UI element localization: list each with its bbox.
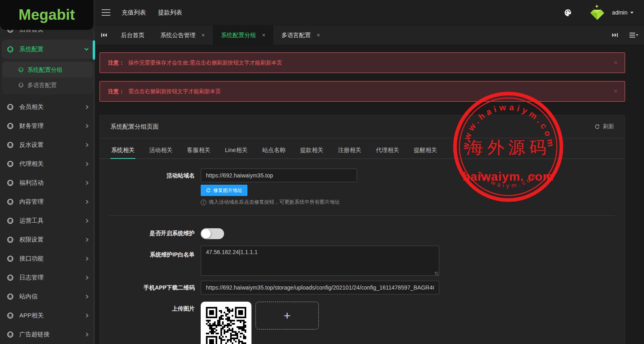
tab-activity[interactable]: 活动相关 [148, 144, 173, 158]
sidebar-item-messages[interactable]: 站内信 [0, 287, 95, 306]
activity-domain-input[interactable] [201, 169, 357, 182]
brand-logo: Megabit [19, 6, 75, 23]
chevron-right-icon [85, 143, 89, 147]
close-icon[interactable]: × [614, 88, 617, 94]
tab-support[interactable]: 客服相关 [186, 144, 211, 158]
circle-icon [7, 104, 13, 110]
form-row-whitelist: 系统维护IP白名单 47.56.182.24|1.1.1.1 [100, 246, 625, 277]
scroll-tabs-right-icon[interactable] [606, 25, 624, 45]
sidebar-item-permissions[interactable]: 权限设置 [0, 230, 95, 249]
sidebar-scrollbar-thumb[interactable] [93, 40, 95, 60]
config-panel: 系统配置分组页面 刷新 系统相关 活动相关 客服相关 Line相关 站点名称 提… [100, 115, 625, 344]
alert-text: 需点击右侧刷新按钮文字才能刷新本页 [129, 88, 221, 95]
hint-text: 填入活动域名后点击修复按钮，可更新系统中所有图片地址 [209, 199, 340, 206]
sidebar-item-ad-links[interactable]: 广告超链接 [0, 325, 95, 344]
field-label: 上传图片 [100, 302, 201, 344]
circle-icon [7, 142, 13, 148]
sidebar-item-finance[interactable]: 财务管理 [0, 117, 95, 136]
info-icon: i [201, 200, 206, 205]
sidebar-item-members[interactable]: 会员相关 [0, 98, 95, 117]
topbar: 充值列表 提款列表 admin [95, 0, 644, 25]
close-icon[interactable]: × [317, 32, 320, 38]
window-tab-multilang[interactable]: 多语言配置 × [273, 25, 328, 45]
circle-icon [7, 123, 13, 129]
refresh-button[interactable]: 刷新 [594, 123, 614, 130]
logo-card: Megabit [0, 0, 93, 30]
close-icon[interactable]: × [202, 32, 205, 38]
circle-icon [7, 199, 13, 205]
close-icon[interactable]: × [614, 59, 617, 66]
maintenance-toggle[interactable] [201, 228, 224, 239]
notice-alert-2: 注意： 需点击右侧刷新按钮文字才能刷新本页 × [100, 81, 625, 102]
main-content: 注意： 操作完需要保存才会生效;需点击右侧刷新按钮文字才能刷新本页 × 注意： … [95, 45, 644, 344]
circle-icon [7, 218, 13, 224]
notice-alert-1: 注意： 操作完需要保存才会生效;需点击右侧刷新按钮文字才能刷新本页 × [100, 52, 625, 73]
sidebar-item-welfare[interactable]: 福利活动 [0, 173, 95, 192]
nav-withdraw-list[interactable]: 提款列表 [158, 9, 182, 17]
sidebar-subitem-label: 系统配置分组 [27, 66, 62, 74]
qr-code-canvas [204, 304, 249, 344]
sidebar-subitem-label: 多语言配置 [27, 81, 57, 89]
sidebar-item-label: 会员相关 [19, 103, 85, 111]
fix-hint: i 填入活动域名后点击修复按钮，可更新系统中所有图片地址 [201, 199, 625, 206]
refresh-icon [594, 124, 600, 129]
sidebar-item-system-config[interactable]: 系统配置 [2, 40, 93, 59]
window-tab-home[interactable]: 后台首页 [113, 25, 152, 45]
toggle-knob [202, 229, 211, 238]
avatar-gem-icon[interactable] [588, 4, 607, 21]
circle-icon [7, 256, 13, 262]
nav-recharge-list[interactable]: 充值列表 [122, 9, 146, 17]
tab-agent[interactable]: 代理相关 [375, 144, 400, 158]
qr-code-image[interactable] [201, 302, 251, 344]
field-label: 是否开启系统维护 [100, 226, 201, 239]
chevron-right-icon [85, 124, 89, 128]
sidebar-subitem-config-group[interactable]: 系统配置分组 [2, 62, 93, 77]
sidebar-item-ops-tools[interactable]: 运营工具 [0, 211, 95, 230]
sidebar-item-label: 权限设置 [19, 236, 85, 244]
sidebar-subitem-multilang[interactable]: 多语言配置 [2, 77, 93, 93]
app-qrcode-url-input[interactable] [201, 281, 439, 294]
alert-label: 注意： [108, 88, 125, 95]
field-label: 手机APP下载二维码 [100, 281, 201, 294]
form-row-upload: 上传图片 + [100, 302, 625, 344]
ip-whitelist-textarea[interactable]: 47.56.182.24|1.1.1.1 [201, 246, 439, 276]
tab-reminder[interactable]: 提醒相关 [413, 144, 438, 158]
username: admin [612, 9, 627, 16]
menu-toggle-icon[interactable] [102, 7, 110, 18]
sidebar-item-rebate[interactable]: 反水设置 [0, 136, 95, 154]
theme-palette-icon[interactable] [563, 8, 573, 17]
sidebar-item-label: APP相关 [19, 312, 85, 319]
chevron-down-icon [85, 46, 89, 50]
field-label: 活动站域名 [100, 169, 201, 206]
sidebar-item-logs[interactable]: 日志管理 [0, 268, 95, 287]
sidebar-item-api[interactable]: 接口功能 [0, 249, 95, 268]
window-tab-announcements[interactable]: 系统公告管理 × [152, 25, 213, 45]
tab-system[interactable]: 系统相关 [110, 144, 135, 159]
circle-icon [7, 313, 13, 319]
tab-withdraw[interactable]: 提款相关 [299, 144, 324, 158]
tab-register[interactable]: 注册相关 [337, 144, 362, 158]
close-icon[interactable]: × [262, 32, 265, 38]
resize-handle[interactable] [435, 272, 438, 275]
chevron-right-icon [85, 257, 89, 261]
tab-label: 系统配置分组 [221, 31, 256, 39]
sidebar-item-content[interactable]: 内容管理 [0, 192, 95, 211]
circle-icon [7, 161, 13, 167]
chevron-right-icon [85, 105, 89, 109]
tab-sitename[interactable]: 站点名称 [261, 144, 286, 158]
sidebar-item-agent[interactable]: 代理相关 [0, 154, 95, 173]
sidebar-item-app[interactable]: APP相关 [0, 306, 95, 325]
sidebar-item-label: 广告超链接 [19, 331, 85, 338]
sidebar-item-label: 日志管理 [19, 274, 85, 281]
tab-line[interactable]: Line相关 [224, 144, 248, 158]
upload-dropzone[interactable]: + [256, 302, 319, 329]
tabs-menu-icon[interactable] [624, 25, 644, 45]
fix-image-url-button[interactable]: 修复图片地址 [201, 185, 247, 196]
user-menu[interactable]: admin [612, 9, 634, 16]
sidebar-item-label: 系统配置 [19, 46, 85, 53]
chevron-right-icon [85, 200, 89, 204]
scroll-tabs-left-icon[interactable] [95, 25, 113, 45]
window-tab-config-group[interactable]: 系统配置分组 × [213, 25, 273, 45]
panel-header: 系统配置分组页面 刷新 [100, 115, 625, 138]
circle-icon [19, 67, 23, 72]
